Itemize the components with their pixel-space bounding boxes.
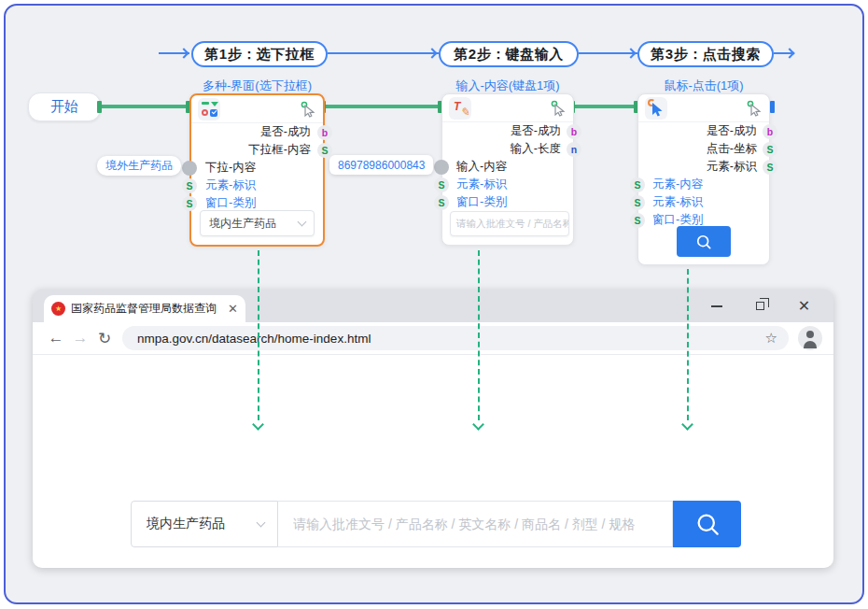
- node-connection: [100, 105, 189, 108]
- category-value: 境内生产药品: [147, 516, 225, 532]
- node-title: 多种-界面(选下拉框): [189, 78, 325, 94]
- target-link-line: [258, 250, 259, 420]
- type-number-badge: n: [567, 142, 581, 157]
- attached-value-pill[interactable]: 86978986000843: [329, 155, 433, 175]
- node-keyboard-input[interactable]: T✎ 是否-成功b 输入-长度n 输入-内容 S元素-标识 S窗口-类别 请输入…: [441, 93, 574, 246]
- element-picker-icon: [300, 101, 316, 118]
- type-string-badge: S: [630, 177, 645, 192]
- back-button[interactable]: ←: [44, 329, 68, 347]
- browser-tab[interactable]: ★ 国家药品监督管理局数据查询 ✕: [44, 295, 245, 322]
- node-select-dropdown[interactable]: 是否-成功b 下拉框-内容S 下拉-内容 S元素-标识 S窗口-类别 境内生产药…: [189, 93, 325, 247]
- bookmark-star-icon[interactable]: ☆: [765, 330, 777, 347]
- step-pill-1[interactable]: 第1步：选下拉框: [191, 41, 328, 67]
- url-text: nmpa.gov.cn/datasearch/home-index.html: [137, 332, 765, 346]
- input-row: S元素-标识: [638, 193, 769, 211]
- magnifier-icon: [693, 510, 721, 538]
- type-bool-badge: b: [317, 125, 332, 140]
- input-row: 下拉-内容: [191, 159, 323, 177]
- type-bool-badge: b: [763, 124, 777, 139]
- type-string-badge: S: [182, 178, 197, 193]
- input-row: S元素-标识: [442, 176, 573, 193]
- forward-button[interactable]: →: [68, 329, 92, 347]
- restore-button[interactable]: [738, 290, 782, 322]
- type-string-badge: S: [434, 195, 449, 210]
- page-content: 境内生产药品: [33, 355, 833, 568]
- output-row: 下拉框-内容S: [191, 141, 323, 159]
- input-row: S窗口-类别: [442, 193, 573, 211]
- target-link-line: [687, 269, 689, 420]
- tab-strip: ★ 国家药品监督管理局数据查询 ✕ ✕: [33, 290, 833, 322]
- output-row: 是否-成功b: [191, 123, 323, 141]
- node-header: [638, 94, 769, 122]
- node-preview-input[interactable]: 请输入批准文号 / 产品名称 / 英文名称 / 商品名 / 剂型 / 规格: [450, 211, 569, 236]
- multi-ui-element-icon: [198, 98, 220, 120]
- attached-value-pill[interactable]: 境外生产药品: [97, 156, 181, 176]
- step-label: 第3步：点击搜索: [651, 46, 760, 64]
- output-row: 是否-成功b: [442, 122, 573, 140]
- node-header: [191, 95, 323, 123]
- input-row: S元素-标识: [191, 177, 323, 194]
- chevron-down-icon: [298, 218, 307, 227]
- step-label: 第2步：键盘输入: [454, 46, 563, 64]
- node-connection: [574, 105, 637, 108]
- profile-avatar[interactable]: [798, 326, 822, 350]
- element-picker-icon: [550, 100, 567, 117]
- type-bool-badge: b: [567, 124, 581, 139]
- type-string-badge: S: [763, 142, 777, 157]
- type-string-badge: S: [434, 177, 449, 192]
- output-row: 元素-标识S: [638, 158, 769, 176]
- category-dropdown[interactable]: 境内生产药品: [131, 501, 278, 547]
- type-string-badge: S: [317, 143, 332, 158]
- mouse-click-icon: [645, 97, 667, 120]
- flow-connector: [328, 52, 439, 54]
- type-string-badge: S: [630, 213, 645, 228]
- start-node[interactable]: 开始: [28, 92, 101, 121]
- close-window-button[interactable]: ✕: [782, 290, 826, 322]
- chevron-down-icon: [257, 518, 266, 528]
- node-preview-dropdown[interactable]: 境内生产药品: [200, 210, 315, 236]
- browser-window: ★ 国家药品监督管理局数据查询 ✕ ✕ ← → ↻ nmpa.gov.cn/da…: [33, 290, 833, 568]
- type-string-badge: S: [630, 195, 645, 210]
- step-pill-2[interactable]: 第2步：键盘输入: [439, 41, 579, 67]
- node-header: T✎: [442, 94, 573, 122]
- minimize-button[interactable]: [694, 290, 738, 322]
- connector-port: [97, 101, 102, 113]
- input-port-dot: [182, 161, 197, 176]
- node-title: 鼠标-点击(1项): [637, 78, 770, 94]
- tab-close-icon[interactable]: ✕: [228, 302, 238, 316]
- magnifier-icon: [694, 233, 713, 251]
- element-picker-icon: [746, 100, 763, 117]
- input-row: S元素-内容: [638, 176, 769, 193]
- node-preview-search-button[interactable]: [677, 226, 731, 257]
- restore-icon: [756, 302, 764, 310]
- browser-toolbar: ← → ↻ nmpa.gov.cn/datasearch/home-index.…: [33, 322, 833, 355]
- node-title: 输入-内容(键盘1项): [441, 78, 574, 94]
- input-port-dot: [434, 160, 449, 175]
- reload-button[interactable]: ↻: [92, 329, 117, 348]
- start-label: 开始: [50, 98, 78, 116]
- node-mouse-click[interactable]: 是否-成功b 点击-坐标S 元素-标识S S元素-内容 S元素-标识 S窗口-类…: [637, 93, 770, 265]
- output-row: 输入-长度n: [442, 140, 573, 158]
- search-form: 境内生产药品: [131, 501, 741, 547]
- type-string-badge: S: [763, 160, 777, 175]
- step-pill-3[interactable]: 第3步：点击搜索: [637, 41, 774, 67]
- connector-port-out: [770, 101, 775, 113]
- minimize-icon: [711, 305, 722, 307]
- type-string-badge: S: [182, 196, 197, 211]
- text-input-icon: T✎: [449, 97, 471, 120]
- window-controls: ✕: [694, 290, 826, 322]
- search-input[interactable]: [278, 501, 673, 547]
- search-button[interactable]: [673, 501, 741, 547]
- step-label: 第1步：选下拉框: [204, 46, 314, 64]
- output-row: 是否-成功b: [638, 122, 769, 140]
- nmpa-favicon: ★: [51, 302, 65, 316]
- output-row: 点击-坐标S: [638, 140, 769, 158]
- tab-title: 国家药品监督管理局数据查询: [71, 301, 222, 317]
- input-row: 输入-内容: [442, 158, 573, 176]
- target-link-line: [478, 250, 480, 420]
- node-connection: [325, 105, 441, 108]
